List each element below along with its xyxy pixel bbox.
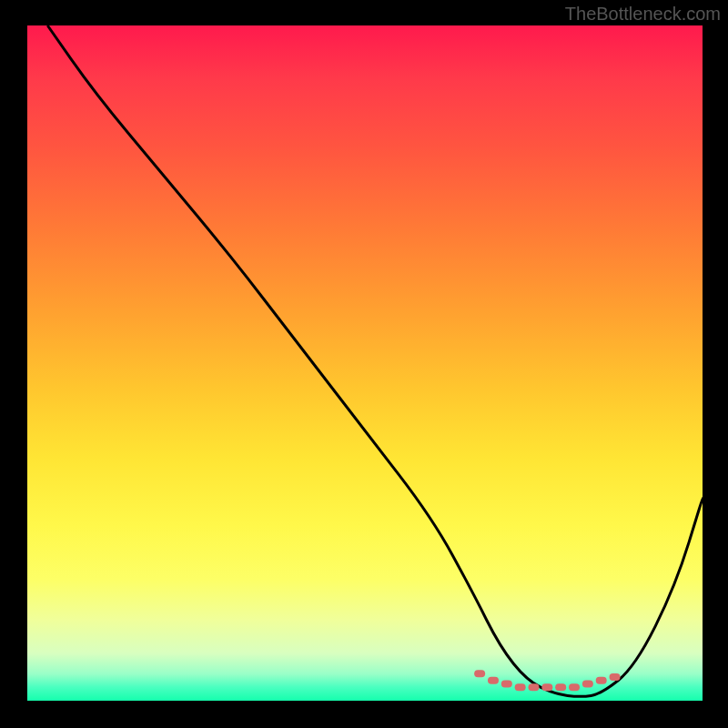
optimal-marker — [529, 683, 540, 691]
optimal-marker — [610, 673, 621, 681]
optimal-marker — [569, 683, 580, 691]
optimal-marker — [501, 680, 512, 687]
bottleneck-curve — [47, 25, 703, 696]
optimal-marker — [596, 677, 607, 684]
optimal-marker — [582, 680, 593, 687]
bottleneck-curve-path — [47, 25, 703, 696]
optimal-range-markers — [474, 670, 620, 691]
optimal-marker — [488, 677, 499, 684]
optimal-marker — [474, 670, 485, 677]
chart-svg — [27, 25, 703, 701]
optimal-marker — [541, 683, 552, 691]
optimal-marker — [555, 683, 566, 691]
watermark-text: TheBottleneck.com — [565, 4, 721, 25]
chart-plot-area — [27, 25, 703, 701]
optimal-marker — [515, 683, 526, 691]
